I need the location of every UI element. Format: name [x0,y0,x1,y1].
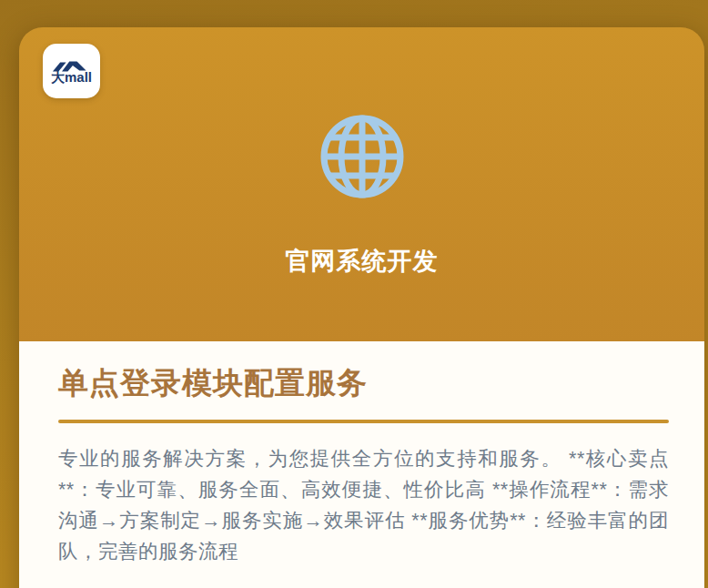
service-card: 大mall 官网系统开发 单点登录模块配置服务 专业的服务解决方案，为您提供全方… [19,27,704,588]
page-background: 大mall 官网系统开发 单点登录模块配置服务 专业的服务解决方案，为您提供全方… [0,0,708,588]
hero-section: 官网系统开发 [19,27,704,278]
heading-divider [58,420,669,423]
card-body: 单点登录模块配置服务 专业的服务解决方案，为您提供全方位的支持和服务。 **核心… [19,341,704,588]
globe-icon [319,113,406,200]
card-header: 大mall 官网系统开发 [19,27,704,341]
service-category-title: 官网系统开发 [286,245,439,278]
service-description: 专业的服务解决方案，为您提供全方位的支持和服务。 **核心卖点**：专业可靠、服… [58,443,669,567]
page-title: 单点登录模块配置服务 [58,366,669,400]
